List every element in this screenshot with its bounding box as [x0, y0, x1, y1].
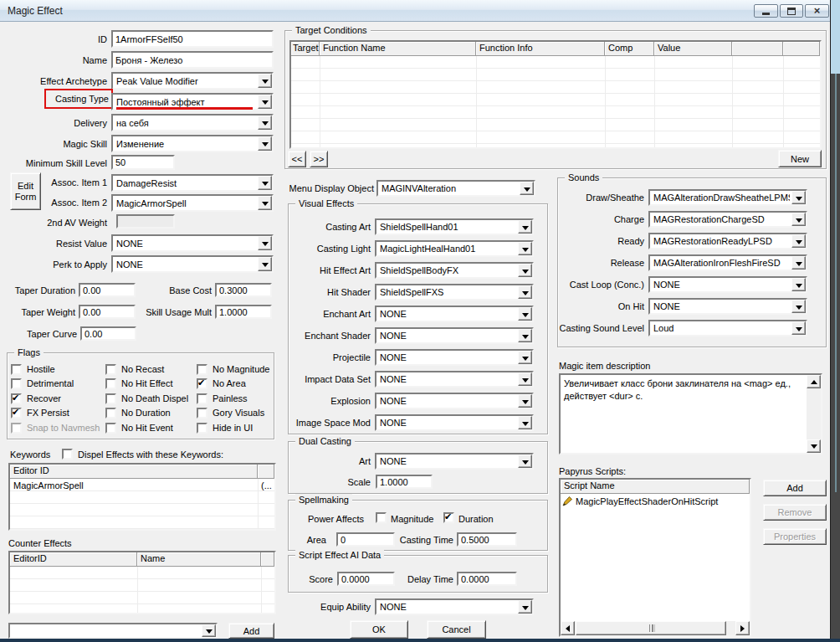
keyword-row-detail[interactable]: (...: [261, 480, 272, 491]
resist-value-dropdown[interactable]: NONE: [111, 234, 274, 252]
area-input[interactable]: [336, 532, 395, 547]
flag-gory-visuals-checkbox[interactable]: [197, 408, 207, 419]
base-cost-input[interactable]: [215, 283, 272, 297]
perk-to-apply-dropdown[interactable]: NONE: [111, 255, 274, 273]
flag-no-death-dispel-checkbox[interactable]: [105, 393, 116, 404]
combo-arrow-button[interactable]: [791, 278, 806, 291]
combo-arrow-button[interactable]: [258, 176, 272, 190]
cancel-button[interactable]: Cancel: [427, 620, 486, 639]
flag-no-duration-checkbox[interactable]: [105, 408, 116, 419]
duration-checkbox[interactable]: [443, 512, 454, 523]
id-input[interactable]: [111, 30, 274, 48]
projectile-dropdown[interactable]: NONE: [375, 349, 534, 366]
combo-arrow-button[interactable]: [520, 182, 534, 195]
explosion-dropdown[interactable]: NONE: [375, 393, 534, 409]
assoc-item1-dropdown[interactable]: DamageResist: [111, 174, 274, 192]
release-dropdown[interactable]: MAGAlterationIronFleshFireSD: [648, 254, 807, 271]
hit-shader-dropdown[interactable]: ShieldSpellFXS: [375, 284, 534, 300]
flag-fx-persist-checkbox[interactable]: [11, 408, 22, 419]
combo-arrow-button[interactable]: [518, 372, 532, 386]
enchant-shader-dropdown[interactable]: NONE: [375, 327, 534, 344]
scroll-up-button[interactable]: [807, 375, 821, 388]
tc-col-comp[interactable]: Comp: [605, 42, 654, 56]
combo-arrow-button[interactable]: [518, 394, 532, 408]
flag-detrimental-checkbox[interactable]: [11, 378, 22, 389]
combo-arrow-button[interactable]: [518, 600, 532, 614]
magnitude-checkbox[interactable]: [376, 512, 387, 523]
combo-arrow-button[interactable]: [258, 95, 272, 109]
impact-data-set-dropdown[interactable]: NONE: [375, 371, 534, 388]
casting-time-input[interactable]: [457, 532, 517, 547]
papyrus-hscrollbar[interactable]: [561, 621, 750, 635]
draw-sheathe-dropdown[interactable]: MAGAlterationDrawSheatheLPMSD: [648, 189, 807, 206]
counter-col-extra[interactable]: [261, 552, 274, 567]
keywords-col-extra[interactable]: [258, 465, 274, 479]
flag-no-area-checkbox[interactable]: [197, 378, 207, 389]
combo-arrow-button[interactable]: [791, 213, 806, 226]
tc-col-function-info[interactable]: Function Info: [476, 42, 605, 56]
magic-skill-dropdown[interactable]: Изменение: [111, 135, 274, 152]
delivery-dropdown[interactable]: на себя: [111, 114, 274, 131]
combo-arrow-button[interactable]: [518, 351, 532, 364]
score-input[interactable]: [337, 572, 395, 586]
taper-duration-input[interactable]: [79, 283, 136, 297]
combo-arrow-button[interactable]: [791, 321, 806, 335]
combo-arrow-button[interactable]: [202, 624, 216, 637]
combo-arrow-button[interactable]: [791, 256, 806, 270]
combo-arrow-button[interactable]: [258, 196, 272, 210]
minimize-button[interactable]: [754, 4, 778, 18]
combo-arrow-button[interactable]: [518, 329, 532, 342]
flag-no-hit-event-checkbox[interactable]: [105, 423, 116, 434]
tc-col-value[interactable]: Value: [654, 42, 732, 56]
tc-col-extra1[interactable]: [732, 42, 783, 56]
hscroll-thumb[interactable]: [576, 621, 726, 635]
taper-curve-input[interactable]: [80, 326, 136, 341]
ready-dropdown[interactable]: MAGRestorationReadyLPSD: [648, 233, 807, 249]
combo-arrow-button[interactable]: [518, 416, 532, 429]
tc-col-target[interactable]: Target: [291, 42, 320, 56]
menu-display-object-dropdown[interactable]: MAGINVAlteration: [376, 180, 535, 197]
tc-col-extra2[interactable]: [783, 42, 820, 56]
hit-effect-art-dropdown[interactable]: ShieldSpellBodyFX: [375, 262, 534, 279]
close-button[interactable]: ×: [805, 4, 829, 18]
combo-arrow-button[interactable]: [258, 74, 272, 88]
skill-usage-mult-input[interactable]: [215, 305, 272, 319]
keyword-row-editor-id[interactable]: MagicArmorSpell: [13, 480, 84, 491]
combo-arrow-button[interactable]: [258, 257, 272, 271]
equip-ability-dropdown[interactable]: NONE: [375, 598, 534, 615]
combo-arrow-button[interactable]: [791, 234, 806, 248]
tc-new-button[interactable]: New: [778, 150, 822, 167]
counter-col-editorid[interactable]: EditorID: [10, 552, 137, 567]
on-hit-dropdown[interactable]: NONE: [648, 298, 807, 315]
scroll-right-button[interactable]: [735, 621, 750, 635]
ok-button[interactable]: OK: [350, 620, 408, 639]
flag-no-recast-checkbox[interactable]: [105, 364, 116, 375]
assoc-item2-dropdown[interactable]: MagicArmorSpell: [111, 194, 274, 212]
flag-hostile-checkbox[interactable]: [11, 364, 22, 375]
description-scrollbar[interactable]: [807, 375, 821, 453]
casting-light-dropdown[interactable]: MagicLightHealHand01: [375, 240, 534, 257]
scroll-down-button[interactable]: [807, 439, 821, 453]
combo-arrow-button[interactable]: [518, 455, 532, 468]
keywords-col-editor-id[interactable]: Editor ID: [10, 465, 258, 479]
casting-art-dropdown[interactable]: ShieldSpellHand01: [375, 218, 534, 235]
delay-time-input[interactable]: [457, 572, 517, 586]
counter-add-button[interactable]: Add: [228, 623, 274, 639]
dual-art-dropdown[interactable]: NONE: [375, 453, 534, 470]
counter-col-name[interactable]: Name: [137, 552, 261, 567]
flag-painless-checkbox[interactable]: [197, 393, 207, 404]
combo-arrow-button[interactable]: [258, 116, 272, 130]
combo-arrow-button[interactable]: [518, 264, 532, 277]
name-input[interactable]: [111, 51, 274, 69]
combo-arrow-button[interactable]: [791, 191, 806, 204]
cast-loop-dropdown[interactable]: NONE: [648, 276, 807, 293]
flag-hide-in-ui-checkbox[interactable]: [197, 423, 207, 434]
combo-arrow-button[interactable]: [791, 300, 806, 313]
effect-archetype-dropdown[interactable]: Peak Value Modifier: [111, 72, 274, 90]
papyrus-col-script-name[interactable]: Script Name: [561, 480, 750, 494]
combo-arrow-button[interactable]: [258, 136, 272, 151]
maximize-button[interactable]: [780, 4, 803, 18]
tc-next-button[interactable]: >>: [310, 151, 328, 167]
image-space-mod-dropdown[interactable]: NONE: [375, 414, 534, 431]
tc-col-function-name[interactable]: Function Name: [320, 42, 476, 56]
